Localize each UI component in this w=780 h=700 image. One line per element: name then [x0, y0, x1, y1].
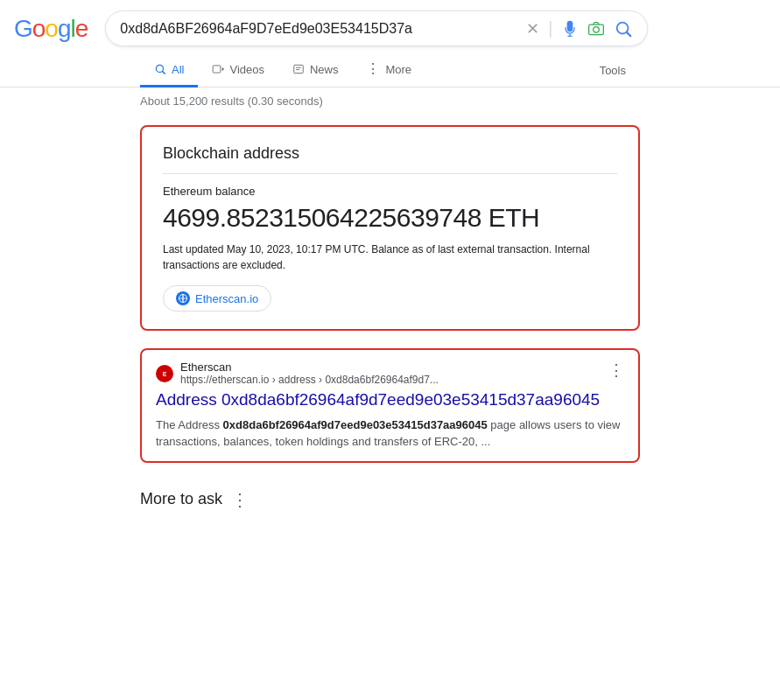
logo-g: G: [14, 15, 32, 43]
result-more-button[interactable]: ⋮: [608, 360, 624, 380]
svg-rect-2: [589, 24, 604, 35]
svg-rect-8: [214, 66, 221, 73]
result-title-link[interactable]: Address 0xd8da6bf26964af9d7eed9e03e53415…: [156, 389, 624, 411]
result-favicon: E: [156, 365, 173, 382]
header: Google 0xd8dA6BF26964aF9D7eEd9e03E53415D…: [0, 0, 780, 53]
etherscan-link-label: Etherscan.io: [195, 292, 258, 305]
tools-button[interactable]: Tools: [586, 55, 640, 86]
voice-search-button[interactable]: [561, 20, 579, 38]
tab-all-label: All: [172, 63, 184, 76]
google-logo[interactable]: Google: [14, 15, 88, 43]
tab-more-label: More: [385, 63, 411, 76]
nav-tabs: All Videos News ⋮ More Tools: [0, 53, 780, 88]
svg-marker-9: [222, 67, 224, 72]
eth-label: Ethereum balance: [163, 185, 617, 198]
svg-text:E: E: [163, 370, 167, 376]
more-to-ask-row: More to ask ⋮: [140, 480, 640, 519]
snippet-bold: 0xd8da6bf26964af9d7eed9e03e53415d37aa960…: [223, 418, 488, 431]
logo-g2: g: [58, 15, 71, 43]
tab-news-label: News: [310, 63, 339, 76]
news-tab-icon: [292, 63, 305, 75]
main-content: Blockchain address Ethereum balance 4699…: [0, 125, 780, 519]
search-bar[interactable]: 0xd8dA6BF26964aF9D7eEd9e03E53415D37a ✕ |: [105, 10, 648, 46]
blockchain-card: Blockchain address Ethereum balance 4699…: [140, 125, 640, 331]
eth-note: Last updated May 10, 2023, 10:17 PM UTC.…: [163, 242, 617, 273]
search-bar-icons: ✕ |: [526, 18, 633, 38]
svg-point-3: [594, 26, 600, 32]
results-count-text: About 15,200 results (0.30 seconds): [140, 94, 323, 108]
logo-o1: o: [32, 15, 46, 43]
result-source-info: Etherscan https://etherscan.io › address…: [180, 360, 439, 386]
snippet-before: The Address: [156, 418, 223, 431]
more-dots-icon: ⋮: [366, 62, 380, 76]
svg-rect-10: [294, 65, 304, 73]
svg-line-7: [163, 72, 165, 74]
etherscan-link[interactable]: Etherscan.io: [163, 285, 271, 312]
results-count: About 15,200 results (0.30 seconds): [0, 88, 780, 115]
videos-tab-icon: [212, 63, 224, 75]
tab-more[interactable]: ⋮ More: [352, 53, 425, 88]
tab-videos[interactable]: Videos: [198, 54, 278, 88]
mic-icon: [561, 20, 579, 38]
etherscan-globe-icon: [176, 291, 190, 305]
more-to-ask-dots-icon[interactable]: ⋮: [231, 489, 249, 510]
logo-o2: o: [45, 15, 58, 43]
image-search-button[interactable]: [587, 20, 605, 38]
tab-videos-label: Videos: [229, 63, 264, 76]
search-submit-button[interactable]: [614, 19, 633, 38]
divider-line: |: [548, 18, 552, 38]
result-site-name: Etherscan: [180, 360, 439, 374]
tools-label: Tools: [600, 64, 626, 77]
tab-all[interactable]: All: [140, 54, 198, 88]
result-snippet: The Address 0xd8da6bf26964af9d7eed9e03e5…: [156, 416, 624, 451]
logo-e: e: [75, 15, 88, 43]
search-query-text: 0xd8dA6BF26964aF9D7eEd9e03E53415D37a: [120, 21, 519, 37]
all-tab-icon: [154, 63, 166, 75]
tab-news[interactable]: News: [278, 54, 353, 88]
result-url: https://etherscan.io › address › 0xd8da6…: [180, 374, 439, 386]
svg-line-5: [627, 32, 630, 36]
blockchain-card-title: Blockchain address: [163, 144, 617, 174]
search-result-card: E Etherscan https://etherscan.io › addre…: [140, 348, 640, 463]
result-source-row: E Etherscan https://etherscan.io › addre…: [156, 360, 624, 386]
search-icon: [614, 19, 633, 38]
camera-icon: [587, 20, 605, 38]
more-to-ask-label: More to ask: [140, 490, 222, 508]
eth-balance: 4699.852315064225639748 ETH: [163, 203, 617, 233]
clear-search-button[interactable]: ✕: [526, 19, 539, 38]
